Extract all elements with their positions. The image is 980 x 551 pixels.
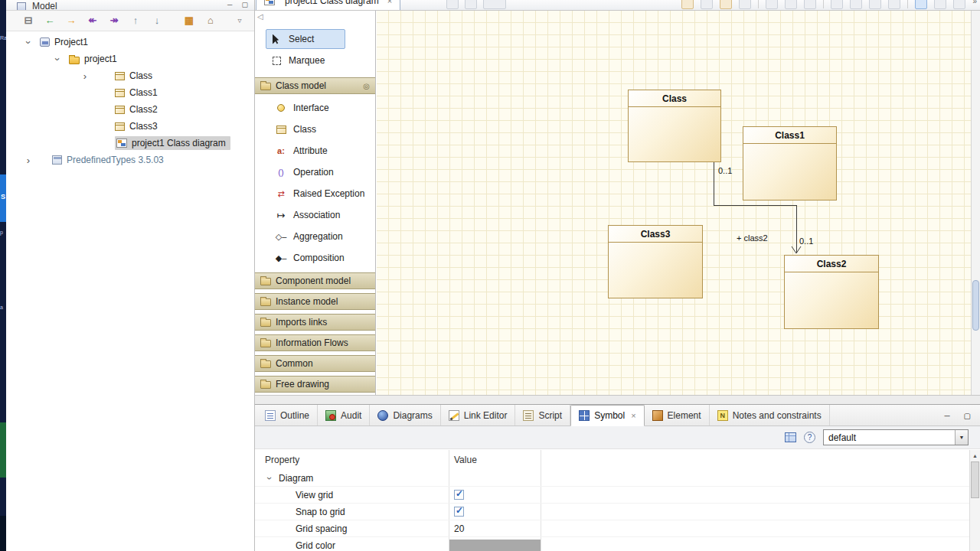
tree-item-package-project1[interactable]: › project1 <box>6 51 254 67</box>
chevron-right-icon[interactable]: › <box>23 155 34 166</box>
tab-element[interactable]: Element <box>645 405 710 425</box>
zoom-level-field[interactable] <box>483 0 506 9</box>
property-group-diagram[interactable]: › Diagram <box>255 470 969 487</box>
toolbar-button[interactable] <box>850 0 862 9</box>
toolbar-button-active[interactable] <box>915 0 927 9</box>
show-links-button[interactable]: ▦ <box>182 14 196 28</box>
model-view-tab[interactable]: Model <box>32 1 57 11</box>
palette-drawer-component-model[interactable]: Component model <box>255 272 375 289</box>
close-icon[interactable]: × <box>631 411 635 420</box>
tab-notes-and-constraints[interactable]: Notes and constraints <box>710 405 830 425</box>
uml-class-node-class2[interactable]: Class2 <box>784 255 879 329</box>
toolbar-button[interactable] <box>953 0 965 9</box>
toolbar-button[interactable] <box>701 0 713 9</box>
palette-drawer-information-flows[interactable]: Information Flows <box>255 334 375 351</box>
tree-item-class1[interactable]: › Class1 <box>6 84 254 101</box>
palette-drawer-imports-links[interactable]: Imports links <box>255 314 375 331</box>
palette-drawer-class-model[interactable]: Class model ◎ <box>255 77 375 94</box>
palette-item-association[interactable]: ↦ Association <box>255 204 375 226</box>
pin-icon[interactable]: ◎ <box>363 82 370 90</box>
toolbar-button[interactable] <box>785 0 797 9</box>
properties-vertical-scrollbar[interactable]: ▲ <box>969 450 980 551</box>
scrollbar-thumb[interactable] <box>972 280 979 331</box>
palette-item-raised-exception[interactable]: ⇄ Raised Exception <box>255 183 375 204</box>
chevron-down-icon[interactable]: › <box>264 474 275 483</box>
toolbar-button[interactable] <box>934 0 946 9</box>
diagram-canvas[interactable]: Class Class1 Class3 Class2 0..1 + class2… <box>377 11 971 395</box>
next-selection-button[interactable]: ↠ <box>107 14 121 28</box>
palette-item-class[interactable]: Class <box>255 119 375 140</box>
toolbar-button[interactable] <box>869 0 881 9</box>
scrollbar-thumb[interactable] <box>971 461 979 498</box>
tree-item-class3[interactable]: › Class3 <box>6 118 254 135</box>
palette-item-attribute[interactable]: a: Attribute <box>255 140 375 161</box>
view-menu-button[interactable]: ▿ <box>233 14 247 28</box>
maximize-icon[interactable]: ▢ <box>964 412 971 420</box>
zoom-in-button[interactable] <box>446 0 459 9</box>
toolbar-button[interactable] <box>766 0 778 9</box>
move-down-button[interactable]: ↓ <box>150 14 164 28</box>
tab-link-editor[interactable]: Link Editor <box>441 405 516 425</box>
tree-item-project1[interactable]: › Project1 <box>6 34 254 51</box>
view-grid-checkbox[interactable] <box>454 490 464 500</box>
canvas-vertical-scrollbar[interactable] <box>971 11 980 395</box>
tree-item-class2[interactable]: › Class2 <box>6 101 254 118</box>
minimize-icon[interactable]: ─ <box>944 412 949 420</box>
palette-item-operation[interactable]: () Operation <box>255 161 375 183</box>
snap-to-grid-checkbox[interactable] <box>454 507 464 517</box>
toolbar-overflow-icon[interactable]: » <box>972 0 977 9</box>
toolbar-button[interactable] <box>681 0 694 9</box>
uml-class-node-class3[interactable]: Class3 <box>608 225 703 298</box>
toolbar-button[interactable] <box>739 0 751 9</box>
tab-script[interactable]: Script <box>515 405 570 425</box>
property-row-view-grid[interactable]: View grid <box>255 487 969 504</box>
chevron-right-icon[interactable]: › <box>80 70 90 82</box>
zoom-out-button[interactable] <box>465 0 477 9</box>
palette-drawer-instance-model[interactable]: Instance model <box>255 293 375 310</box>
navigate-back-button[interactable]: ← <box>43 14 57 28</box>
close-icon[interactable]: × <box>387 0 392 5</box>
scroll-up-icon[interactable]: ▲ <box>970 450 980 461</box>
minimize-icon[interactable]: ─ <box>227 1 232 8</box>
palette-item-interface[interactable]: Interface <box>255 97 375 119</box>
maximize-icon[interactable]: ▢ <box>241 1 248 8</box>
palette-drawer-common[interactable]: Common <box>255 355 375 372</box>
palette-drawer-free-drawing[interactable]: Free drawing <box>255 376 375 393</box>
editor-tab-class-diagram[interactable]: project1 Class diagram × <box>256 0 400 11</box>
style-combobox[interactable]: default ▼ <box>823 429 969 445</box>
tree-item-predefined-types[interactable]: › PredefinedTypes 3.5.03 <box>6 152 254 168</box>
move-up-button[interactable]: ↑ <box>129 14 142 28</box>
palette-tool-select[interactable]: Select <box>266 29 345 49</box>
uml-class-node-class[interactable]: Class <box>628 90 721 162</box>
tab-outline[interactable]: Outline <box>257 405 318 425</box>
property-row-grid-spacing[interactable]: Grid spacing 20 <box>255 520 969 537</box>
palette-item-composition[interactable]: ◆– Composition <box>255 247 375 269</box>
tree-item-class-diagram[interactable]: › project1 Class diagram <box>6 135 254 152</box>
grid-spacing-value[interactable]: 20 <box>454 523 464 534</box>
canvas-horizontal-scrollbar[interactable] <box>255 395 980 404</box>
chevron-down-icon[interactable]: › <box>23 37 34 47</box>
table-style-icon[interactable] <box>785 432 796 442</box>
grid-color-swatch[interactable] <box>449 540 541 551</box>
tab-audit[interactable]: Audit <box>318 405 370 425</box>
toolbar-button[interactable] <box>831 0 843 9</box>
chevron-down-icon[interactable]: ▼ <box>955 430 968 445</box>
palette-item-aggregation[interactable]: ◇– Aggregation <box>255 226 375 247</box>
selected-tree-item[interactable]: project1 Class diagram <box>115 136 230 150</box>
chevron-down-icon[interactable]: › <box>52 54 64 64</box>
previous-selection-button[interactable]: ↞ <box>86 14 100 28</box>
tab-symbol[interactable]: Symbol × <box>570 405 644 426</box>
palette-tool-marquee[interactable]: Marquee <box>266 51 345 70</box>
navigate-forward-button[interactable]: → <box>64 14 78 28</box>
help-icon[interactable]: ? <box>804 432 815 443</box>
uml-class-node-class1[interactable]: Class1 <box>743 126 837 201</box>
property-row-snap-to-grid[interactable]: Snap to grid <box>255 504 969 520</box>
tree-item-class[interactable]: › Class <box>6 67 254 84</box>
collapse-all-button[interactable]: ⊟ <box>21 14 35 28</box>
toolbar-button[interactable] <box>720 0 732 9</box>
toolbar-button[interactable] <box>804 0 816 9</box>
toolbar-button[interactable] <box>888 0 900 9</box>
tab-diagrams[interactable]: Diagrams <box>370 405 440 425</box>
property-row-grid-color[interactable]: Grid color <box>255 537 969 551</box>
home-button[interactable]: ⌂ <box>204 14 217 28</box>
